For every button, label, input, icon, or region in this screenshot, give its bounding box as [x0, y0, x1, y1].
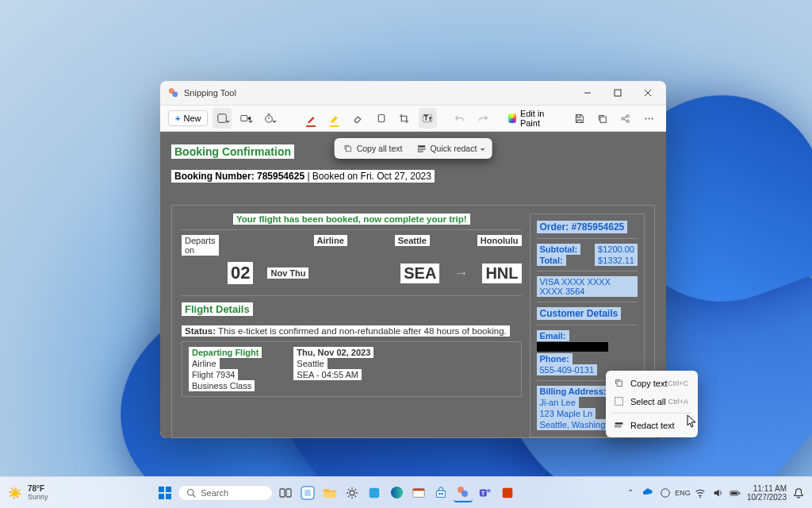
- clock[interactable]: 11:11 AM 10/27/2023: [747, 484, 787, 502]
- booking-number: Booking Number: 785954625: [174, 171, 304, 182]
- arrow-icon: →: [454, 265, 468, 282]
- redacted-email: [537, 342, 608, 352]
- save-button[interactable]: [569, 108, 588, 129]
- copy-button[interactable]: [593, 108, 611, 129]
- maximize-button[interactable]: [603, 82, 633, 104]
- taskbar-app[interactable]: [409, 483, 428, 502]
- highlighter-tool[interactable]: [325, 108, 343, 129]
- status-label: Status:: [185, 326, 216, 336]
- chevron-up-icon[interactable]: ⌃: [625, 487, 636, 498]
- text-actions-tool[interactable]: [419, 108, 437, 129]
- subtotal-label: Subtotal:: [537, 244, 581, 255]
- notifications-icon[interactable]: [793, 487, 804, 498]
- tray-icon[interactable]: [660, 487, 671, 498]
- edit-in-paint-button[interactable]: Edit in Paint: [502, 106, 565, 130]
- ctx-redact-text[interactable]: Redact text: [609, 416, 695, 434]
- total-value: $1332.11: [595, 255, 638, 266]
- svg-rect-26: [166, 494, 171, 499]
- share-button[interactable]: [616, 108, 634, 129]
- address-line1: 123 Maple Ln: [537, 408, 596, 419]
- depart-month: Nov Thu: [267, 267, 308, 279]
- svg-point-44: [661, 488, 670, 497]
- delay-dropdown[interactable]: [259, 108, 278, 129]
- volume-icon[interactable]: [712, 487, 723, 498]
- status-text: This e-ticket is confirmed and non-refun…: [218, 326, 507, 336]
- svg-rect-25: [159, 494, 164, 499]
- svg-rect-32: [370, 487, 380, 498]
- weather-widget[interactable]: 78°F Sunny: [28, 484, 48, 501]
- crop-tool[interactable]: [395, 108, 413, 129]
- copy-all-text-button[interactable]: Copy all text: [337, 140, 409, 156]
- edge-button[interactable]: [387, 483, 406, 502]
- copy-icon: [343, 144, 353, 153]
- taskbar[interactable]: ☀️ 78°F Sunny Search T ⌃ ENG 11:11 AM 10…: [0, 476, 812, 508]
- svg-point-39: [462, 491, 468, 497]
- flight-details-heading: Flight Details: [182, 302, 253, 316]
- capture-canvas[interactable]: Copy all text Quick redact Booking Confi…: [160, 132, 666, 438]
- svg-rect-36: [439, 493, 441, 495]
- dep-class: Business Class: [189, 380, 255, 391]
- new-button[interactable]: +New: [168, 110, 208, 126]
- weather-icon[interactable]: ☀️: [8, 487, 21, 499]
- wifi-icon[interactable]: [695, 487, 706, 498]
- pen-tool[interactable]: [301, 108, 320, 129]
- svg-point-11: [627, 120, 630, 122]
- dep-time: SEA - 04:55 AM: [293, 369, 362, 380]
- taskbar-app[interactable]: [498, 483, 517, 502]
- svg-point-9: [622, 117, 624, 119]
- new-button-label: New: [183, 114, 201, 123]
- svg-rect-28: [280, 489, 285, 497]
- language-icon[interactable]: ENG: [677, 487, 688, 498]
- paint-icon: [508, 114, 516, 123]
- email-label: Email:: [537, 330, 569, 341]
- temperature: 78°F: [28, 484, 48, 493]
- from-city: Seattle: [395, 235, 430, 246]
- onedrive-icon[interactable]: [642, 487, 653, 498]
- minimize-button[interactable]: [573, 82, 603, 104]
- svg-point-33: [391, 487, 403, 498]
- shapes-tool[interactable]: [372, 108, 390, 129]
- store-button[interactable]: [431, 483, 450, 502]
- capture-mode-dropdown[interactable]: [213, 108, 231, 129]
- subtotal-value: $1200.00: [595, 244, 638, 255]
- ctx-select-all[interactable]: Select allCtrl+A: [609, 392, 695, 410]
- svg-rect-8: [600, 117, 606, 122]
- explorer-button[interactable]: [320, 483, 339, 502]
- battery-icon[interactable]: [730, 487, 741, 498]
- svg-rect-6: [378, 115, 385, 122]
- teams-button[interactable]: T: [476, 483, 495, 502]
- task-view-button[interactable]: [276, 483, 295, 502]
- taskbar-app[interactable]: [298, 483, 317, 502]
- window-title: Snipping Tool: [184, 88, 236, 98]
- dep-date: Thu, Nov 02, 2023: [293, 347, 373, 358]
- billing-address-label: Billing Address:: [537, 386, 610, 397]
- eraser-tool[interactable]: [348, 108, 366, 129]
- svg-rect-20: [615, 398, 623, 406]
- settings-button[interactable]: [343, 483, 362, 502]
- search-icon: [186, 488, 196, 498]
- svg-point-31: [350, 491, 354, 495]
- svg-text:T: T: [481, 489, 485, 496]
- taskbar-search[interactable]: Search: [178, 485, 273, 501]
- start-button[interactable]: [155, 483, 174, 502]
- svg-rect-21: [615, 422, 623, 424]
- record-mode-dropdown[interactable]: [236, 108, 255, 129]
- svg-point-1: [172, 91, 178, 97]
- ctx-copy-text[interactable]: Copy textCtrl+C: [609, 374, 695, 392]
- svg-point-13: [648, 117, 649, 119]
- context-menu: Copy textCtrl+C Select allCtrl+A Redact …: [606, 371, 698, 437]
- order-title: Order: #785954625: [537, 221, 628, 233]
- more-button[interactable]: [640, 108, 658, 129]
- svg-rect-15: [346, 147, 350, 152]
- redo-button[interactable]: [474, 108, 492, 129]
- close-button[interactable]: [633, 82, 663, 104]
- svg-rect-23: [159, 487, 164, 492]
- ctx-copy-label: Copy text: [630, 379, 667, 388]
- snipping-tool-taskbar[interactable]: [454, 483, 473, 502]
- quick-redact-button[interactable]: Quick redact: [410, 140, 489, 156]
- booking-heading: Booking Confirmation: [171, 144, 294, 159]
- taskbar-app[interactable]: [365, 483, 384, 502]
- undo-button[interactable]: [450, 108, 469, 129]
- titlebar[interactable]: Snipping Tool: [160, 81, 666, 105]
- text-actions-bar: Copy all text Quick redact: [335, 138, 492, 159]
